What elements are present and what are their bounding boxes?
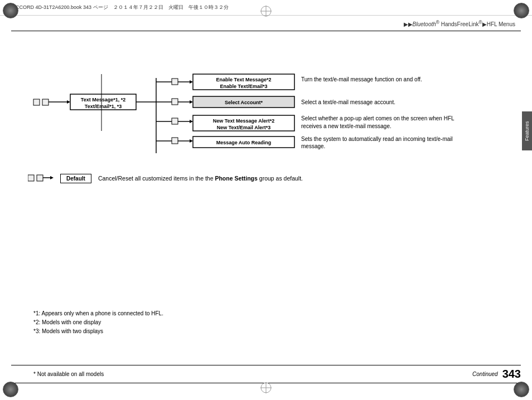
svg-text:Select whether a pop-up alert : Select whether a pop-up alert comes on t… — [301, 115, 454, 121]
note-2: *2: Models with one display — [33, 318, 163, 327]
brand-text: Bluetooth — [413, 21, 436, 27]
svg-text:Turn the text/e-mail message f: Turn the text/e-mail message function on… — [301, 76, 422, 82]
svg-text:Enable Text Message*2: Enable Text Message*2 — [216, 77, 272, 82]
note-1: *1: Appears only when a phone is connect… — [33, 309, 163, 318]
decorative-circle-br — [514, 382, 529, 397]
svg-rect-48 — [28, 175, 34, 181]
svg-text:Select a text/e-mail message a: Select a text/e-mail message account. — [301, 99, 395, 105]
diagram-svg: Text Message*1, *2 Text/Email*1, *3 Enab… — [28, 50, 485, 178]
page-info: Continued 343 — [472, 368, 521, 381]
svg-text:New Text/Email Alert*3: New Text/Email Alert*3 — [217, 125, 271, 130]
svg-rect-31 — [172, 118, 178, 124]
decorative-circle-bl — [3, 382, 18, 397]
default-section: Default Cancel/Reset all customized item… — [28, 173, 303, 184]
svg-marker-26 — [190, 100, 193, 104]
svg-text:Select Account*: Select Account* — [225, 100, 263, 105]
svg-rect-49 — [37, 175, 43, 181]
continued-text: Continued — [472, 371, 498, 377]
svg-marker-42 — [190, 139, 193, 143]
corner-mark-tc — [259, 4, 273, 19]
page-number: 343 — [502, 368, 521, 381]
svg-rect-40 — [172, 138, 178, 144]
svg-text:receives a new text/e-mail mes: receives a new text/e-mail message. — [301, 123, 391, 129]
svg-marker-9 — [67, 100, 70, 104]
side-tab: Features — [522, 111, 532, 150]
breadcrumb: ▶▶Bluetooth® HandsFreeLink®▶HFL Menus — [404, 21, 515, 27]
file-info: 15 ACCORD 4D-31T2A6200.book 343 ページ ２０１４… — [6, 4, 229, 11]
corner-mark-bc — [259, 381, 273, 396]
svg-text:Enable Text/Email*3: Enable Text/Email*3 — [220, 84, 268, 89]
svg-rect-24 — [172, 99, 178, 105]
svg-rect-6 — [33, 99, 40, 105]
svg-rect-16 — [172, 79, 178, 85]
svg-text:New Text Message Alert*2: New Text Message Alert*2 — [213, 118, 275, 124]
svg-text:Text/Email*1, *3: Text/Email*1, *3 — [85, 104, 122, 109]
decorative-circle-tr — [514, 3, 529, 18]
footnotes: *1: Appears only when a phone is connect… — [33, 309, 163, 336]
default-box: Default — [60, 174, 91, 183]
decorative-circle-tl — [3, 3, 18, 18]
svg-rect-7 — [42, 99, 49, 105]
svg-marker-51 — [50, 176, 54, 179]
note-3: *3: Models with two displays — [33, 327, 163, 336]
default-icons — [28, 173, 56, 184]
not-available-text: * Not available on all models — [33, 371, 104, 377]
page-header: ▶▶Bluetooth® HandsFreeLink®▶HFL Menus — [404, 19, 515, 27]
default-description: Cancel/Reset all customized items in the… — [98, 175, 303, 182]
header-rule — [11, 31, 521, 31]
svg-marker-33 — [190, 120, 193, 123]
svg-text:Text Message*1, *2: Text Message*1, *2 — [81, 97, 125, 103]
svg-text:Sets the system to automatical: Sets the system to automatically read an… — [301, 136, 453, 142]
svg-text:message.: message. — [301, 143, 325, 149]
svg-marker-18 — [190, 80, 193, 84]
svg-text:Message Auto Reading: Message Auto Reading — [216, 140, 272, 145]
